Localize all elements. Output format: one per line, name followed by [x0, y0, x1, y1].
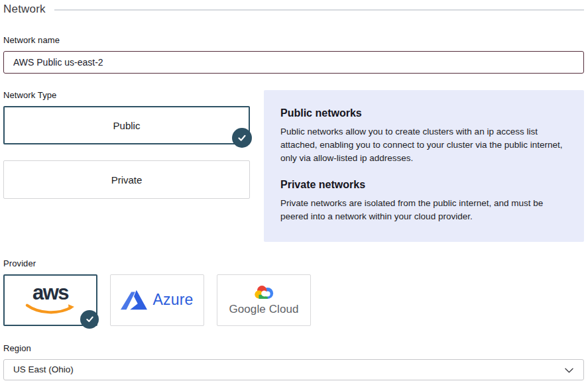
google-cloud-logo-text: Google Cloud	[229, 303, 298, 316]
aws-logo-text: aws	[32, 285, 68, 302]
network-name-field: Network name	[3, 35, 584, 74]
region-select-value: US East (Ohio)	[13, 364, 74, 374]
info-private-networks-heading: Private networks	[280, 179, 567, 191]
chevron-down-icon	[565, 368, 573, 373]
provider-option-google-cloud[interactable]: Google Cloud	[217, 274, 311, 326]
region-select[interactable]: US East (Ohio)	[3, 359, 584, 380]
google-cloud-logo-icon	[253, 284, 275, 301]
provider-option-aws[interactable]: aws	[3, 274, 97, 326]
provider-cards: aws Azur	[3, 274, 584, 326]
provider-label: Provider	[3, 258, 584, 268]
network-type-option-public[interactable]: Public	[3, 106, 250, 144]
azure-logo-icon	[121, 290, 147, 310]
check-icon	[80, 310, 99, 329]
aws-logo-icon: aws	[25, 285, 76, 315]
aws-smile-icon	[25, 304, 76, 315]
section-divider	[54, 9, 584, 11]
network-type-row: Network Type Public Private Public netwo…	[3, 90, 584, 242]
section-title: Network	[3, 3, 46, 16]
section-header: Network	[3, 3, 584, 16]
network-type-option-private-label: Private	[111, 174, 143, 186]
azure-logo-text: Azure	[152, 291, 193, 309]
check-icon	[232, 128, 252, 148]
network-name-input[interactable]	[3, 51, 584, 74]
network-type-option-public-label: Public	[113, 120, 141, 131]
network-form: Network Network name Network Type Public…	[0, 0, 588, 386]
provider-option-azure[interactable]: Azure	[110, 274, 204, 326]
network-type-option-private[interactable]: Private	[3, 160, 250, 199]
network-type-info-panel: Public networks Public networks allow yo…	[264, 90, 584, 242]
provider-field: Provider aws	[3, 258, 584, 326]
info-public-networks-heading: Public networks	[280, 107, 567, 119]
network-name-label: Network name	[3, 35, 584, 45]
network-type-label: Network Type	[3, 90, 250, 100]
info-public-networks-body: Public networks allow you to create clus…	[280, 125, 567, 165]
region-label: Region	[3, 343, 584, 353]
network-type-field: Network Type Public Private	[3, 90, 250, 199]
region-field: Region US East (Ohio)	[3, 343, 584, 380]
info-private-networks-body: Private networks are isolated from the p…	[280, 197, 567, 223]
